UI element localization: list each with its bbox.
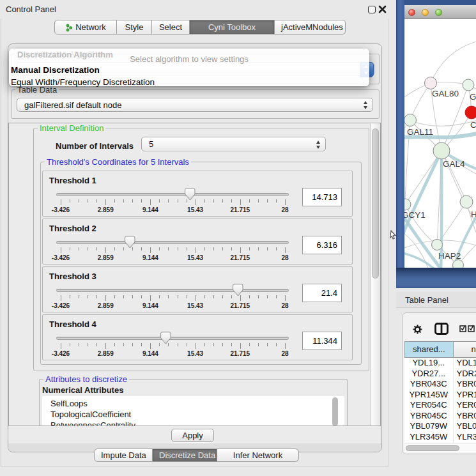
tab-infer-network[interactable]: Infer Network [217,449,299,462]
algorithm-option[interactable]: Manual Discretization [11,65,100,75]
table-cell[interactable]: YER0... [453,400,476,411]
network-node[interactable] [460,196,473,208]
network-node-label: H [471,210,476,219]
table-hscrollbar-track[interactable] [404,443,476,452]
gear-icon[interactable] [413,325,422,334]
table-cell[interactable]: YDL19... [404,358,453,369]
slider-tick [61,343,61,349]
slider-tick [132,295,133,298]
minimize-traffic-light-icon[interactable] [422,9,429,16]
select-columns-icon[interactable] [459,325,475,332]
slider-tick [213,295,214,298]
table-cell[interactable]: YER054C [404,400,453,411]
table-cell[interactable]: YDR27... [404,369,453,380]
zoom-traffic-light-icon[interactable] [435,9,442,16]
table-cell[interactable]: YBL079W [404,421,453,432]
table-row[interactable]: YBR043CYBR0... [404,379,476,390]
network-node[interactable] [463,79,474,91]
slider-thumb[interactable] [185,188,195,201]
column-header[interactable]: shared... [404,341,453,358]
slider-tick [88,343,88,346]
attributes-list-scrollbar-thumb[interactable] [332,397,338,426]
table-cell[interactable]: YLR345W [404,432,453,443]
apply-button[interactable]: Apply [171,429,214,442]
table-data-combobox[interactable]: galFiltered.sif default node [17,98,373,112]
table-row[interactable]: YBR045CYBR0... [404,411,476,422]
attribute-list-item[interactable]: BetweennessCentrality [42,420,344,426]
slider-tick [114,199,115,203]
network-node[interactable] [432,240,443,250]
slider-tick [79,343,79,346]
slider-tick-label: -3.426 [45,350,77,357]
threshold-value-field[interactable]: 14.713 [302,188,342,206]
network-node[interactable] [404,114,417,127]
tab-cyni-toolbox[interactable]: Cyni Toolbox [190,20,275,35]
column-header[interactable]: n... [453,341,476,358]
slider-thumb[interactable] [160,332,171,344]
tab-style[interactable]: Style [117,20,152,35]
table-cell[interactable]: YBL0... [453,421,476,432]
slider-tick [88,199,88,203]
tab-impute-data[interactable]: Impute Data [94,449,153,462]
attribute-list-item[interactable]: SelfLoops [42,396,344,409]
network-node[interactable] [425,77,437,89]
attribute-list-item[interactable]: TopologicalCoefficient [42,409,344,420]
table-cell[interactable]: YBR0... [453,379,476,390]
slider-tick [204,199,205,203]
number-of-intervals-combobox[interactable]: 5 [141,137,326,151]
table-row[interactable]: YBL079WYBL0... [404,421,476,432]
threshold-value-field[interactable]: 21.4 [302,284,342,302]
table-cell[interactable]: YDL1... [453,358,476,369]
tab-select[interactable]: Select [152,20,190,35]
numerical-attributes-list: SelfLoopsTopologicalCoefficientBetweenne… [42,396,344,426]
network-window-titlebar[interactable] [404,5,476,19]
table-cell[interactable]: YPR1... [453,390,476,401]
split-table-icon[interactable] [434,323,449,335]
tab-network[interactable]: Network [54,20,117,35]
table-row[interactable]: YPR145WYPR1... [404,390,476,401]
slider-tick [204,343,205,346]
slider-track[interactable] [56,241,289,244]
slider-track[interactable] [56,289,289,292]
slider-tick-label: 15.43 [180,302,211,309]
algorithm-prompt-option[interactable]: Select algorithm to view settings [9,54,369,64]
table-row[interactable]: YER054CYER0... [404,400,476,411]
slider-thumb[interactable] [233,284,243,296]
threshold-value-field[interactable]: 11.344 [302,332,342,350]
float-window-icon[interactable] [368,6,376,13]
close-traffic-light-icon[interactable] [408,9,415,16]
table-cell[interactable]: YBR043C [404,379,453,390]
slider-thumb[interactable] [125,236,135,249]
algorithm-option[interactable]: Equal Width/Frequency Discretization [11,77,155,87]
tab-label: jActiveMNodules [281,22,343,32]
network-node[interactable] [453,260,464,268]
network-node[interactable] [404,199,411,210]
network-canvas[interactable]: GAL80GACGAL11GAL4GCY1HHAP2 [404,19,476,268]
table-cell[interactable]: YDR2... [453,369,476,380]
table-cell[interactable]: YBR0... [453,411,476,422]
table-hscrollbar-thumb[interactable] [406,445,459,451]
column-header-label: shared... [413,344,445,354]
threshold-value-field[interactable]: 6.316 [302,236,342,254]
slider-tick [285,247,286,253]
slider-tick [231,199,232,203]
table-cell[interactable]: YBR045C [404,411,453,422]
tab-jactivemnodules[interactable]: jActiveMNodules [275,20,346,35]
slider-track[interactable] [56,193,289,196]
slider-tick [178,295,178,298]
slider-tick [61,199,61,205]
slider-tick [150,247,151,253]
table-cell[interactable]: YLR3... [453,432,476,443]
scrollpane-scrollbar-thumb[interactable] [372,128,379,279]
table-row[interactable]: YDL19...YDL1... [404,358,476,369]
close-icon[interactable] [378,5,387,13]
number-of-intervals-label: Number of Intervals [56,141,134,151]
tab-discretize-data[interactable]: Discretize Data [153,449,217,462]
table-row[interactable]: YDR27...YDR2... [404,369,476,380]
network-node-selected[interactable] [465,106,476,119]
slider-track[interactable] [56,337,289,340]
network-node[interactable] [433,142,450,159]
scrollpane-scrollbar-track[interactable] [370,123,380,426]
table-cell[interactable]: YPR145W [404,390,453,401]
table-row[interactable]: YLR345WYLR3... [404,432,476,443]
